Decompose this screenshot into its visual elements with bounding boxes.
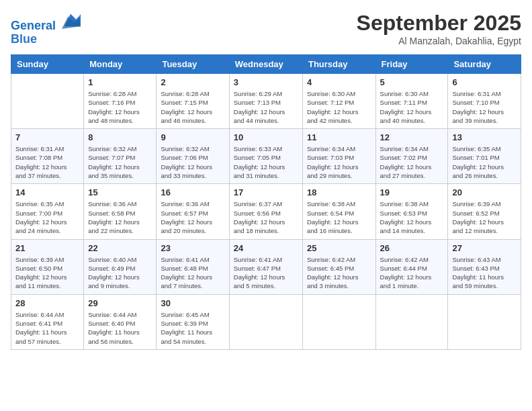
header: General Blue September 2025 Al Manzalah,… [11,11,521,46]
logo-icon [62,11,81,30]
calendar-cell: 13Sunrise: 6:35 AM Sunset: 7:01 PM Dayli… [448,129,521,184]
day-info: Sunrise: 6:34 AM Sunset: 7:03 PM Dayligh… [307,144,371,180]
calendar-cell: 7Sunrise: 6:31 AM Sunset: 7:08 PM Daylig… [11,129,84,184]
day-number: 1 [88,77,152,87]
day-info: Sunrise: 6:30 AM Sunset: 7:12 PM Dayligh… [307,89,371,125]
calendar-cell: 19Sunrise: 6:38 AM Sunset: 6:53 PM Dayli… [375,184,448,239]
calendar-cell: 11Sunrise: 6:34 AM Sunset: 7:03 PM Dayli… [302,129,375,184]
logo: General Blue [11,11,81,46]
day-info: Sunrise: 6:37 AM Sunset: 6:56 PM Dayligh… [234,199,298,235]
month-title: September 2025 [357,11,521,36]
day-info: Sunrise: 6:36 AM Sunset: 6:58 PM Dayligh… [88,199,152,235]
calendar-cell: 1Sunrise: 6:28 AM Sunset: 7:16 PM Daylig… [84,74,157,129]
calendar-cell: 12Sunrise: 6:34 AM Sunset: 7:02 PM Dayli… [375,129,448,184]
day-info: Sunrise: 6:31 AM Sunset: 7:08 PM Dayligh… [15,144,79,180]
day-info: Sunrise: 6:28 AM Sunset: 7:15 PM Dayligh… [161,89,224,125]
weekday-header: Friday [375,55,448,74]
day-info: Sunrise: 6:42 AM Sunset: 6:45 PM Dayligh… [307,255,371,291]
day-number: 22 [88,243,152,253]
day-number: 11 [307,132,371,142]
weekday-header: Sunday [11,55,84,74]
day-number: 2 [161,77,224,87]
calendar-week-row: 1Sunrise: 6:28 AM Sunset: 7:16 PM Daylig… [11,74,521,129]
weekday-header: Monday [84,55,157,74]
day-number: 3 [234,77,298,87]
day-number: 13 [452,132,517,142]
calendar-cell [448,294,521,349]
day-number: 24 [234,243,298,253]
location-subtitle: Al Manzalah, Dakahlia, Egypt [357,36,521,46]
calendar-cell: 25Sunrise: 6:42 AM Sunset: 6:45 PM Dayli… [302,239,375,294]
calendar-cell: 4Sunrise: 6:30 AM Sunset: 7:12 PM Daylig… [302,74,375,129]
calendar-cell: 21Sunrise: 6:39 AM Sunset: 6:50 PM Dayli… [11,239,84,294]
day-info: Sunrise: 6:44 AM Sunset: 6:41 PM Dayligh… [15,310,79,346]
day-info: Sunrise: 6:39 AM Sunset: 6:50 PM Dayligh… [15,255,79,291]
day-info: Sunrise: 6:39 AM Sunset: 6:52 PM Dayligh… [452,199,517,235]
day-number: 14 [15,187,79,197]
day-number: 6 [452,77,517,87]
calendar-cell: 8Sunrise: 6:32 AM Sunset: 7:07 PM Daylig… [84,129,157,184]
weekday-header: Wednesday [229,55,302,74]
calendar-cell: 26Sunrise: 6:42 AM Sunset: 6:44 PM Dayli… [375,239,448,294]
calendar-cell: 14Sunrise: 6:35 AM Sunset: 7:00 PM Dayli… [11,184,84,239]
calendar-cell: 30Sunrise: 6:45 AM Sunset: 6:39 PM Dayli… [157,294,229,349]
calendar-cell: 5Sunrise: 6:30 AM Sunset: 7:11 PM Daylig… [375,74,448,129]
day-number: 21 [15,243,79,253]
day-info: Sunrise: 6:31 AM Sunset: 7:10 PM Dayligh… [452,89,517,125]
calendar-cell: 2Sunrise: 6:28 AM Sunset: 7:15 PM Daylig… [157,74,229,129]
calendar-cell: 27Sunrise: 6:43 AM Sunset: 6:43 PM Dayli… [448,239,521,294]
day-number: 12 [380,132,444,142]
calendar-table: SundayMondayTuesdayWednesdayThursdayFrid… [11,54,521,350]
calendar-cell: 20Sunrise: 6:39 AM Sunset: 6:52 PM Dayli… [448,184,521,239]
day-info: Sunrise: 6:38 AM Sunset: 6:54 PM Dayligh… [307,199,371,235]
day-info: Sunrise: 6:42 AM Sunset: 6:44 PM Dayligh… [380,255,444,291]
calendar-cell: 29Sunrise: 6:44 AM Sunset: 6:40 PM Dayli… [84,294,157,349]
day-info: Sunrise: 6:33 AM Sunset: 7:05 PM Dayligh… [234,144,298,180]
calendar-week-row: 14Sunrise: 6:35 AM Sunset: 7:00 PM Dayli… [11,184,521,239]
calendar-cell [375,294,448,349]
calendar-cell: 17Sunrise: 6:37 AM Sunset: 6:56 PM Dayli… [229,184,302,239]
day-info: Sunrise: 6:45 AM Sunset: 6:39 PM Dayligh… [161,310,224,346]
calendar-cell: 10Sunrise: 6:33 AM Sunset: 7:05 PM Dayli… [229,129,302,184]
calendar-cell [302,294,375,349]
day-info: Sunrise: 6:34 AM Sunset: 7:02 PM Dayligh… [380,144,444,180]
day-info: Sunrise: 6:28 AM Sunset: 7:16 PM Dayligh… [88,89,152,125]
day-info: Sunrise: 6:35 AM Sunset: 7:00 PM Dayligh… [15,199,79,235]
calendar-cell: 28Sunrise: 6:44 AM Sunset: 6:41 PM Dayli… [11,294,84,349]
day-number: 29 [88,298,152,308]
logo-text: General [11,11,81,33]
weekday-header: Tuesday [157,55,229,74]
calendar-cell [229,294,302,349]
day-number: 4 [307,77,371,87]
day-number: 26 [380,243,444,253]
day-number: 25 [307,243,371,253]
day-number: 23 [161,243,224,253]
day-info: Sunrise: 6:41 AM Sunset: 6:47 PM Dayligh… [234,255,298,291]
day-number: 28 [15,298,79,308]
calendar-cell: 9Sunrise: 6:32 AM Sunset: 7:06 PM Daylig… [157,129,229,184]
day-number: 20 [452,187,517,197]
weekday-header: Thursday [302,55,375,74]
day-number: 17 [234,187,298,197]
day-number: 19 [380,187,444,197]
weekday-header: Saturday [448,55,521,74]
day-number: 27 [452,243,517,253]
day-number: 5 [380,77,444,87]
day-number: 18 [307,187,371,197]
calendar-week-row: 7Sunrise: 6:31 AM Sunset: 7:08 PM Daylig… [11,129,521,184]
day-info: Sunrise: 6:41 AM Sunset: 6:48 PM Dayligh… [161,255,224,291]
day-info: Sunrise: 6:40 AM Sunset: 6:49 PM Dayligh… [88,255,152,291]
calendar-cell: 3Sunrise: 6:29 AM Sunset: 7:13 PM Daylig… [229,74,302,129]
calendar-cell: 18Sunrise: 6:38 AM Sunset: 6:54 PM Dayli… [302,184,375,239]
calendar-cell [11,74,84,129]
calendar-cell: 24Sunrise: 6:41 AM Sunset: 6:47 PM Dayli… [229,239,302,294]
day-number: 7 [15,132,79,142]
day-info: Sunrise: 6:36 AM Sunset: 6:57 PM Dayligh… [161,199,224,235]
day-info: Sunrise: 6:29 AM Sunset: 7:13 PM Dayligh… [234,89,298,125]
day-info: Sunrise: 6:35 AM Sunset: 7:01 PM Dayligh… [452,144,517,180]
logo-general: General [11,19,56,32]
day-number: 16 [161,187,224,197]
day-info: Sunrise: 6:38 AM Sunset: 6:53 PM Dayligh… [380,199,444,235]
calendar-cell: 16Sunrise: 6:36 AM Sunset: 6:57 PM Dayli… [157,184,229,239]
title-area: September 2025 Al Manzalah, Dakahlia, Eg… [357,11,521,46]
